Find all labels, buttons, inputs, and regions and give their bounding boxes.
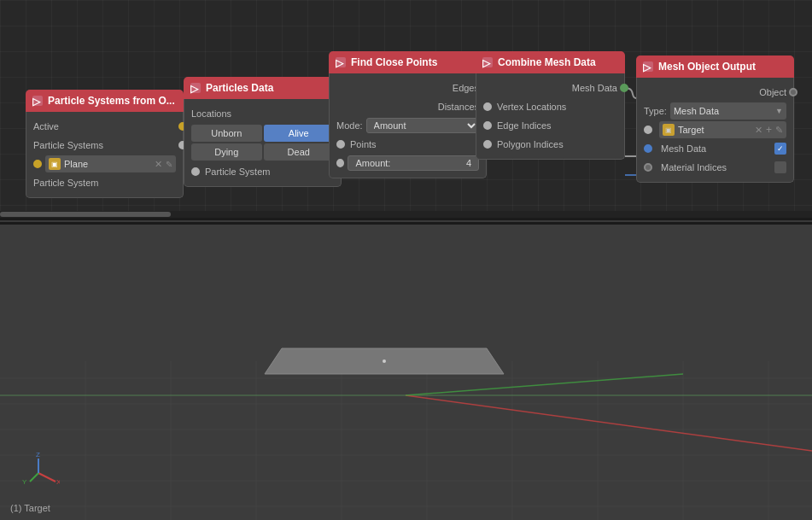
alive-button[interactable]: Alive [264,125,335,142]
node-particle-systems-body: Active Particle Systems ▣ Plane ✕ ✎ Part… [26,112,184,198]
node-mesh-object-output: ▷ Mesh Object Output Object Type: Mesh D… [636,56,794,183]
material-indices-checkbox[interactable] [774,161,786,173]
target-clear-icon[interactable]: ✕ [755,125,762,136]
target-input[interactable]: ▣ Target ✕ + ✎ [659,121,786,138]
dying-button[interactable]: Dying [191,143,262,161]
amount-value: 4 [466,158,471,168]
vertex-locations-label: Vertex Locations [497,102,566,112]
distances-label: Distances [438,102,479,112]
target-socket-left[interactable] [644,126,652,134]
node-mesh-output-body: Object Type: Mesh Data ▼ ▣ Target ✕ + ✎ [636,78,794,183]
target-add-icon[interactable]: + [766,124,772,136]
mesh-output-icon: ▷ [643,61,653,72]
node-combine-mesh-data: ▷ Combine Mesh Data Mesh Data Vertex Loc… [476,51,625,160]
state-buttons: Unborn Alive [191,125,334,142]
scrollbar-thumb[interactable] [0,212,171,217]
type-select[interactable]: Mesh Data ▼ [670,102,786,120]
target-pick-icon[interactable]: ✎ [775,125,783,136]
node-particle-systems-title: Particle Systems from O... [48,95,175,107]
type-row: Type: Mesh Data ▼ [637,102,793,120]
particle-system-input-label: Particle System [205,167,270,177]
material-indices-socket[interactable] [644,163,652,172]
polygon-socket-left[interactable] [483,140,492,149]
axis-widget: X Y Z [17,452,60,494]
particles-socket-left[interactable] [191,167,200,176]
node-particles-data-header: ▷ Particles Data [184,77,342,99]
mesh-data-input-socket[interactable] [644,144,652,153]
viewport-3d[interactable]: + User Ortho [0,225,812,520]
particle-system-input-row: Particle System [184,162,341,181]
panel-divider[interactable] [0,218,812,225]
object-label: Object [759,87,786,97]
material-indices-row: Material Indices [637,158,793,177]
state-buttons-2: Dying Dead [191,143,334,161]
polygon-indices-label: Polygon Indices [497,139,564,149]
active-row: Active [26,117,183,136]
svg-line-22 [30,473,38,482]
vertex-socket-left[interactable] [483,102,492,111]
node-find-close-body: Edges Distances Mode: Amount Distance Po… [329,73,487,178]
edge-indices-row: Edge Indices [476,116,624,135]
svg-line-21 [38,473,55,482]
mode-label: Mode: [336,120,363,131]
points-label: Points [350,139,377,149]
object-socket-right[interactable] [789,88,797,96]
target-row: ▣ Target ✕ + ✎ [637,120,793,139]
node-find-close-points: ▷ Find Close Points Edges Distances Mode… [329,51,487,178]
type-value: Mesh Data [674,106,719,116]
target-icon: ▣ [663,124,675,136]
svg-text:Y: Y [22,478,27,486]
node-combine-mesh-title: Combine Mesh Data [498,56,596,68]
particle-system-label: Particle System [33,178,98,188]
edge-indices-label: Edge Indices [497,120,552,131]
plane-edit-icon[interactable]: ✎ [166,160,172,169]
edge-indices-socket-left[interactable] [483,121,492,130]
amount-input[interactable]: Amount: 4 [348,155,479,171]
node-editor[interactable]: ▷ Particle Systems from O... Active Part… [0,0,812,218]
points-socket-left[interactable] [336,140,345,149]
particle-systems-row: Particle Systems [26,136,183,155]
active-label: Active [33,121,59,131]
mesh-data-input-row: Mesh Data ✓ [637,139,793,158]
viewport-status: (1) Target [10,503,50,513]
mesh-data-output-row: Mesh Data [476,79,624,97]
plane-text: Plane [64,159,151,169]
object-row: Object [637,83,793,102]
svg-point-20 [383,359,386,363]
dead-button[interactable]: Dead [264,143,335,161]
mesh-data-checkbox[interactable]: ✓ [774,143,786,155]
node-mesh-output-title: Mesh Object Output [658,61,756,73]
amount-label: Amount: [355,158,390,168]
amount-row: Amount: 4 [330,154,486,172]
particle-systems-label: Particle Systems [33,140,103,150]
locations-label: Locations [191,108,231,119]
node-particles-data-body: Locations Unborn Alive Dying Dead Partic… [184,99,342,187]
edges-row: Edges [330,79,486,97]
polygon-indices-row: Polygon Indices [476,135,624,154]
node-combine-mesh-header: ▷ Combine Mesh Data [476,51,625,73]
combine-mesh-icon: ▷ [482,57,493,67]
find-close-icon: ▷ [336,57,346,67]
node-combine-mesh-body: Mesh Data Vertex Locations Edge Indices … [476,73,625,160]
mode-select[interactable]: Amount Distance [366,118,479,133]
svg-text:Z: Z [36,452,40,459]
mesh-data-input-label: Mesh Data [661,143,706,154]
plane-socket-left[interactable] [33,160,42,168]
particle-systems-icon: ▷ [32,96,43,106]
mesh-data-socket-right[interactable] [620,84,628,92]
amount-socket-left[interactable] [336,159,344,167]
plane-input[interactable]: ▣ Plane ✕ ✎ [45,155,176,172]
plane-icon: ▣ [49,158,61,170]
node-find-close-header: ▷ Find Close Points [329,51,487,73]
node-mesh-output-header: ▷ Mesh Object Output [636,56,794,78]
unborn-button[interactable]: Unborn [191,125,262,142]
plane-clear-icon[interactable]: ✕ [155,159,162,170]
target-text: Target [678,125,704,135]
particle-system-label-row: Particle System [26,173,183,192]
type-label: Type: [644,106,667,116]
node-particles-data-title: Particles Data [206,82,273,94]
viewport-grid [0,225,812,520]
node-particles-data: ▷ Particles Data Locations Unborn Alive … [184,77,342,187]
node-editor-scrollbar[interactable] [0,211,812,218]
mode-row: Mode: Amount Distance [330,116,486,135]
